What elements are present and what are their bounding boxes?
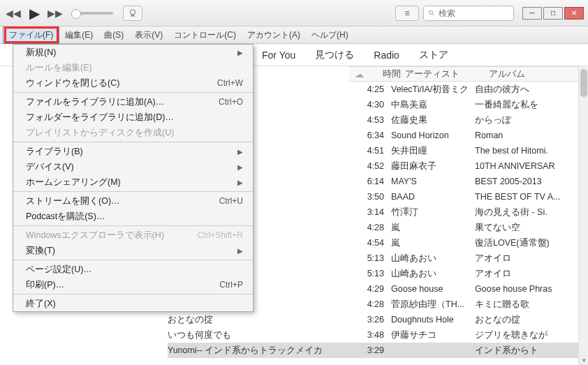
track-album: 果てない空 [475, 222, 582, 234]
menu-item[interactable]: 新規(N)▶ [13, 45, 253, 60]
track-album: BEST 2005-2013 [475, 177, 582, 186]
track-time: 4:52 [349, 161, 391, 171]
col-album[interactable]: アルバム [489, 68, 578, 80]
volume-slider[interactable] [71, 12, 113, 15]
track-album: アオイロ [475, 253, 582, 265]
track-time: 5:13 [349, 253, 391, 263]
track-album: アオイロ [475, 268, 582, 280]
menu-item[interactable]: 印刷(P)…Ctrl+P [13, 277, 253, 292]
next-button[interactable]: ▶▶ [46, 5, 64, 22]
track-time: 3:26 [349, 315, 391, 325]
tab-radio[interactable]: Radio [374, 50, 399, 61]
search-input[interactable] [423, 6, 514, 21]
play-button[interactable]: ▶ [25, 5, 43, 22]
track-artist: 伊藤サチコ [391, 329, 475, 341]
track-album: おとなの掟 [475, 314, 582, 326]
file-menu-dropdown: 新規(N)▶ルールを編集(E)ウィンドウを閉じる(C)Ctrl+Wファイルをライ… [13, 44, 253, 312]
track-artist: VelecTi/IA/初音ミク [391, 84, 475, 96]
menu-item[interactable]: フォルダーをライブラリに追加(D)… [13, 110, 253, 125]
table-row[interactable]: いつも何度でも3:48伊藤サチコジブリを聴きなが [168, 327, 582, 343]
menu-item[interactable]: ストリームを開く(O)…Ctrl+U [13, 193, 253, 209]
menu-account[interactable]: アカウント(A) [242, 27, 306, 43]
svg-line-2 [432, 13, 434, 15]
track-album: 一番綺麗な私を [475, 99, 582, 111]
track-time: 3:48 [349, 330, 391, 340]
menu-item: プレイリストからディスクを作成(U) [13, 125, 253, 140]
menu-item: Windowsエクスプローラで表示(H)Ctrl+Shift+R [13, 228, 253, 243]
track-time: 4:25 [349, 84, 391, 94]
prev-button[interactable]: ◀◀ [4, 5, 22, 22]
menu-song[interactable]: 曲(S) [98, 27, 129, 43]
menu-file[interactable]: ファイル(F) [3, 27, 59, 44]
track-artist: MAY'S [391, 177, 475, 186]
column-header: ☁ 時間 アーティスト アルバム [349, 66, 578, 82]
track-time: 3:14 [349, 207, 391, 217]
minimize-button[interactable]: ─ [522, 7, 542, 20]
track-time: 4:30 [349, 100, 391, 110]
track-album: The best of Hitomi. [475, 146, 582, 156]
track-time: 6:34 [349, 131, 391, 140]
track-album: 復活LOVE(通常盤) [475, 237, 582, 249]
search-field[interactable] [439, 8, 510, 18]
menu-item[interactable]: 変換(T)▶ [13, 243, 253, 258]
track-artist: 矢井田瞳 [391, 145, 475, 157]
track-artist: Sound Horizon [391, 131, 475, 140]
track-album: 海の見える街 - Si. [475, 207, 582, 218]
track-artist: 佐藤史果 [391, 114, 475, 126]
menu-item[interactable]: 終了(X) [13, 296, 253, 311]
track-artist: BAAD [391, 192, 475, 202]
track-artist: 藤田麻衣子 [391, 161, 475, 172]
menu-item[interactable]: ホームシェアリング(M)▶ [13, 174, 253, 190]
menu-item: ルールを編集(E) [13, 60, 253, 75]
track-name: Yunomi-- インド系からトラックメイカ [168, 345, 349, 357]
track-artist: 山崎あおい [391, 268, 475, 280]
track-artist: 嵐 [391, 237, 475, 249]
menu-view[interactable]: 表示(V) [129, 27, 168, 43]
track-time: 4:28 [349, 299, 391, 309]
col-cloud-icon: ☁ [349, 69, 369, 80]
menu-item[interactable]: ファイルをライブラリに追加(A)…Ctrl+O [13, 94, 253, 110]
table-row[interactable]: おとなの掟3:26Doughnuts Holeおとなの掟 [168, 312, 582, 327]
menu-help[interactable]: ヘルプ(H) [306, 27, 354, 43]
maximize-button[interactable]: □ [543, 7, 563, 20]
track-time: 4:53 [349, 115, 391, 125]
menu-item[interactable]: ページ設定(U)… [13, 262, 253, 277]
svg-point-0 [131, 9, 135, 14]
table-row[interactable]: Yunomi-- インド系からトラックメイカ3:29インド系からト [168, 343, 582, 358]
track-name: おとなの掟 [168, 314, 349, 326]
menu-item[interactable]: ライブラリ(B)▶ [13, 144, 253, 159]
track-name: いつも何度でも [168, 329, 349, 341]
vertical-scrollbar[interactable]: ▾ [578, 66, 588, 365]
col-time[interactable]: 時間 [369, 68, 405, 80]
track-time: 4:54 [349, 238, 391, 248]
track-time: 3:29 [349, 345, 391, 355]
close-button[interactable]: ✕ [564, 7, 584, 20]
menubar: ファイル(F) 編集(E) 曲(S) 表示(V) コントロール(C) アカウント… [0, 27, 588, 44]
track-album: ジブリを聴きなが [475, 329, 582, 341]
track-album: インド系からト [475, 345, 582, 357]
svg-point-1 [429, 10, 432, 14]
menu-item[interactable]: Podcastを購読(S)… [13, 209, 253, 224]
tab-foryou[interactable]: For You [262, 50, 295, 61]
menu-edit[interactable]: 編集(E) [59, 27, 98, 43]
menu-item[interactable]: ウィンドウを閉じる(C)Ctrl+W [13, 75, 253, 91]
track-album: THE BEST OF TV A... [475, 192, 582, 202]
right-tools: ≡ ─ □ ✕ [395, 6, 584, 21]
list-view-button[interactable]: ≡ [395, 6, 419, 21]
track-artist: Doughnuts Hole [391, 315, 475, 325]
track-time: 3:50 [349, 192, 391, 202]
col-artist[interactable]: アーティスト [405, 68, 489, 80]
track-artist: 竹澤汀 [391, 207, 475, 218]
tab-discover[interactable]: 見つける [315, 49, 354, 61]
scroll-down-button[interactable]: ▾ [579, 355, 588, 365]
tab-store[interactable]: ストア [419, 49, 448, 61]
airplay-button[interactable] [123, 6, 142, 21]
track-time: 4:51 [349, 146, 391, 156]
toolbar: ◀◀ ▶ ▶▶ ≡ ─ □ ✕ [0, 0, 588, 27]
scrollbar-thumb[interactable] [580, 69, 587, 97]
track-album: 自由の彼方へ [475, 84, 582, 96]
track-time: 5:13 [349, 269, 391, 278]
track-album: からっぽ [475, 114, 582, 126]
menu-control[interactable]: コントロール(C) [168, 27, 242, 43]
menu-item[interactable]: デバイス(V)▶ [13, 159, 253, 174]
